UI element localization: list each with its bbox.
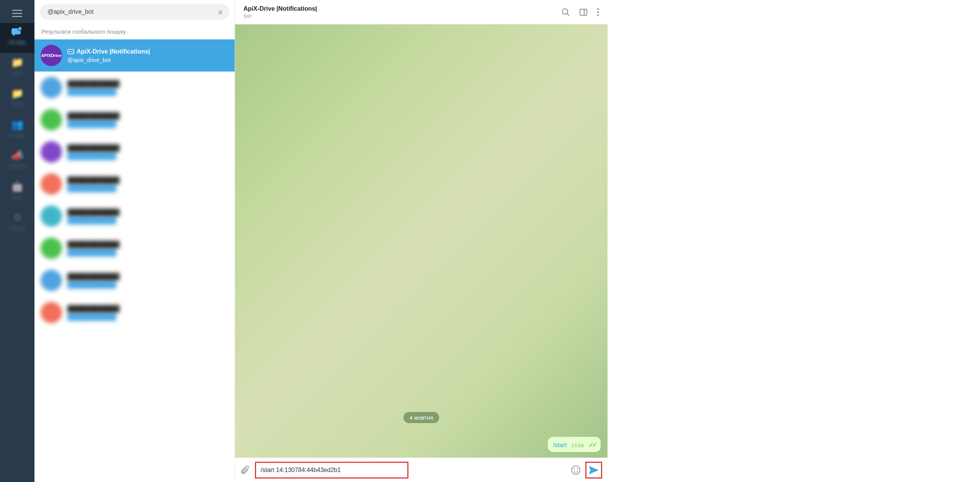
read-checks-icon: ✓✓ (588, 441, 595, 449)
search-result-blurred[interactable]: ████████████████████████ (34, 296, 235, 329)
megaphone-icon: 📣 (11, 150, 23, 161)
section-title-global-results: Результати глобального пошуку (34, 24, 235, 39)
chat-header-actions (562, 8, 599, 16)
date-chip: 4 жовтня (403, 412, 439, 423)
avatar (41, 270, 62, 291)
search-result-blurred[interactable]: ████████████████████████ (34, 168, 235, 200)
search-result-blurred[interactable]: ████████████████████████ (34, 200, 235, 232)
svg-point-7 (597, 11, 599, 13)
svg-point-6 (597, 8, 599, 10)
avatar (41, 302, 62, 323)
people-icon: 👥 (11, 119, 23, 130)
avatar (41, 238, 62, 259)
result-subtitle: ████████████ (67, 282, 119, 288)
folder-icon: 📁 (11, 57, 23, 68)
search-result-blurred[interactable]: ████████████████████████ (34, 264, 235, 296)
nav-item-folder-1[interactable]: 📁 Folder (0, 53, 34, 84)
result-meta: ████████████████████████ (67, 112, 119, 127)
result-subtitle: ████████████ (67, 153, 119, 160)
nav-label: Channels (8, 164, 27, 169)
result-subtitle: ████████████ (67, 121, 119, 127)
smile-icon (571, 465, 581, 475)
search-result-blurred[interactable]: ████████████████████████ (34, 232, 235, 264)
result-title: ████████████ (67, 209, 119, 216)
emoji-button[interactable] (571, 465, 581, 475)
chat-area: ApiX-Drive |Notifications| бот 4 жовтня … (235, 0, 608, 482)
nav-item-all-chats[interactable]: All chats (0, 23, 34, 53)
message-outgoing[interactable]: /start 13:58 ✓✓ (548, 437, 601, 452)
chat-list-panel: ✕ Результати глобального пошуку APIXDriv… (34, 0, 235, 482)
sidebar-toggle-button[interactable] (579, 8, 588, 16)
search-result-blurred[interactable]: ████████████████████████ (34, 104, 235, 136)
result-subtitle: @apix_drive_bot (67, 57, 150, 63)
result-meta: ████████████████████████ (67, 145, 119, 160)
avatar (41, 173, 62, 195)
bot-icon: 🤖 (11, 181, 23, 192)
nav-item-groups[interactable]: 👥 Groups (0, 115, 34, 146)
search-wrap: ✕ (34, 0, 235, 24)
result-meta: ████████████████████████ (67, 177, 119, 192)
folder-icon: 📁 (11, 88, 23, 99)
send-button[interactable] (585, 462, 602, 479)
panel-icon (579, 8, 588, 16)
app-root: All chats 📁 Folder 📁 Folder 👥 Groups 📣 C… (0, 0, 980, 482)
svg-point-11 (577, 468, 578, 469)
search-result-selected[interactable]: APIXDrive ApiX-Drive |Notifications| @ap… (34, 39, 235, 72)
nav-item-channels[interactable]: 📣 Channels (0, 146, 34, 177)
svg-rect-5 (580, 9, 587, 15)
result-title: ████████████ (67, 112, 119, 119)
nav-label: All chats (8, 40, 26, 45)
svg-point-0 (18, 27, 22, 31)
message-input-wrap (255, 462, 408, 479)
search-input[interactable] (40, 4, 229, 20)
result-subtitle: ████████████ (67, 185, 119, 192)
blank-area (608, 0, 980, 482)
search-result-blurred[interactable]: ████████████████████████ (34, 136, 235, 168)
nav-label: Folder (11, 102, 24, 107)
result-meta: ████████████████████████ (67, 273, 119, 288)
search-result-blurred[interactable]: ████████████████████████ (34, 72, 235, 104)
result-meta: ApiX-Drive |Notifications| @apix_drive_b… (67, 48, 150, 63)
result-title: ████████████ (67, 273, 119, 280)
result-title-text: ApiX-Drive |Notifications| (77, 48, 150, 55)
attach-button[interactable] (240, 465, 250, 475)
result-meta: ████████████████████████ (67, 241, 119, 256)
chats-icon (11, 27, 24, 37)
settings-icon: ⚙ (13, 212, 22, 223)
search-in-chat-button[interactable] (562, 8, 570, 16)
hamburger-icon (12, 10, 22, 17)
more-menu-button[interactable] (597, 8, 599, 16)
avatar: APIXDrive (41, 45, 62, 66)
result-meta: ████████████████████████ (67, 305, 119, 320)
result-meta: ████████████████████████ (67, 80, 119, 95)
result-subtitle: ████████████ (67, 314, 119, 320)
nav-item-settings[interactable]: ⚙ Settings (0, 208, 34, 239)
avatar (41, 205, 62, 227)
chat-header: ApiX-Drive |Notifications| бот (235, 0, 608, 24)
svg-point-8 (597, 14, 599, 16)
nav-label: Bots (13, 195, 22, 200)
message-input[interactable] (255, 462, 408, 479)
svg-point-3 (71, 51, 72, 52)
result-subtitle: ████████████ (67, 249, 119, 256)
nav-item-folder-2[interactable]: 📁 Folder (0, 84, 34, 115)
nav-item-bots[interactable]: 🤖 Bots (0, 177, 34, 208)
message-time: 13:58 (571, 443, 584, 448)
chat-header-info[interactable]: ApiX-Drive |Notifications| бот (243, 5, 562, 19)
nav-label: Folder (11, 71, 24, 76)
chat-body[interactable]: 4 жовтня /start 13:58 ✓✓ (235, 24, 608, 458)
result-title: ████████████ (67, 80, 119, 87)
chat-header-title: ApiX-Drive |Notifications| (243, 5, 562, 12)
avatar (41, 109, 62, 130)
clear-search-icon[interactable]: ✕ (217, 8, 223, 17)
svg-point-10 (574, 468, 575, 469)
dots-vertical-icon (597, 8, 599, 16)
menu-button[interactable] (6, 4, 29, 23)
nav-label: Settings (9, 226, 25, 231)
result-title: ████████████ (67, 305, 119, 312)
result-meta: ████████████████████████ (67, 209, 119, 224)
search-icon (562, 8, 570, 16)
paperclip-icon (240, 465, 250, 475)
svg-point-4 (562, 9, 568, 14)
result-subtitle: ████████████ (67, 217, 119, 224)
